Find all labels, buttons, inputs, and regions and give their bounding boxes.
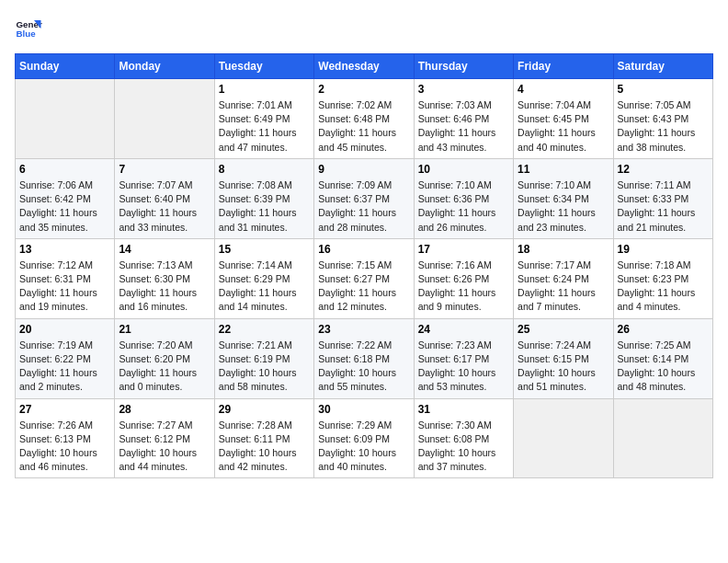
day-info: Sunrise: 7:06 AM Sunset: 6:42 PM Dayligh… bbox=[19, 178, 110, 235]
calendar-table: SundayMondayTuesdayWednesdayThursdayFrid… bbox=[15, 53, 713, 478]
calendar-cell bbox=[16, 79, 115, 159]
day-number: 26 bbox=[618, 323, 709, 336]
day-info: Sunrise: 7:01 AM Sunset: 6:49 PM Dayligh… bbox=[219, 98, 310, 155]
day-info: Sunrise: 7:04 AM Sunset: 6:45 PM Dayligh… bbox=[518, 98, 609, 155]
calendar-week-row: 6Sunrise: 7:06 AM Sunset: 6:42 PM Daylig… bbox=[16, 158, 713, 238]
calendar-cell: 24Sunrise: 7:23 AM Sunset: 6:17 PM Dayli… bbox=[414, 318, 513, 398]
calendar-cell: 22Sunrise: 7:21 AM Sunset: 6:19 PM Dayli… bbox=[214, 318, 313, 398]
calendar-cell: 27Sunrise: 7:26 AM Sunset: 6:13 PM Dayli… bbox=[16, 398, 115, 478]
calendar-cell: 29Sunrise: 7:28 AM Sunset: 6:11 PM Dayli… bbox=[214, 398, 313, 478]
day-info: Sunrise: 7:02 AM Sunset: 6:48 PM Dayligh… bbox=[318, 98, 409, 155]
calendar-cell: 13Sunrise: 7:12 AM Sunset: 6:31 PM Dayli… bbox=[16, 238, 115, 318]
logo-icon: General Blue bbox=[15, 15, 42, 42]
day-number: 24 bbox=[418, 323, 509, 336]
day-number: 11 bbox=[518, 163, 609, 176]
calendar-cell: 7Sunrise: 7:07 AM Sunset: 6:40 PM Daylig… bbox=[115, 158, 214, 238]
day-number: 30 bbox=[318, 403, 409, 416]
calendar-cell: 14Sunrise: 7:13 AM Sunset: 6:30 PM Dayli… bbox=[115, 238, 214, 318]
day-info: Sunrise: 7:25 AM Sunset: 6:14 PM Dayligh… bbox=[618, 339, 709, 395]
calendar-cell: 18Sunrise: 7:17 AM Sunset: 6:24 PM Dayli… bbox=[514, 238, 613, 318]
calendar-cell: 15Sunrise: 7:14 AM Sunset: 6:29 PM Dayli… bbox=[214, 238, 313, 318]
calendar-cell bbox=[115, 79, 214, 159]
calendar-cell bbox=[514, 398, 613, 478]
day-number: 15 bbox=[219, 243, 310, 256]
day-info: Sunrise: 7:26 AM Sunset: 6:13 PM Dayligh… bbox=[19, 419, 110, 475]
day-number: 10 bbox=[418, 163, 509, 176]
day-info: Sunrise: 7:29 AM Sunset: 6:09 PM Dayligh… bbox=[318, 419, 409, 475]
day-info: Sunrise: 7:30 AM Sunset: 6:08 PM Dayligh… bbox=[418, 419, 509, 475]
day-number: 12 bbox=[618, 163, 709, 176]
calendar-cell: 5Sunrise: 7:05 AM Sunset: 6:43 PM Daylig… bbox=[613, 79, 712, 159]
calendar-cell: 4Sunrise: 7:04 AM Sunset: 6:45 PM Daylig… bbox=[514, 79, 613, 159]
day-info: Sunrise: 7:12 AM Sunset: 6:31 PM Dayligh… bbox=[19, 259, 110, 315]
day-number: 9 bbox=[318, 163, 409, 176]
day-number: 1 bbox=[219, 83, 310, 96]
calendar-cell: 25Sunrise: 7:24 AM Sunset: 6:15 PM Dayli… bbox=[514, 318, 613, 398]
day-of-week-header: Saturday bbox=[613, 54, 712, 79]
day-of-week-header: Tuesday bbox=[214, 54, 313, 79]
day-info: Sunrise: 7:13 AM Sunset: 6:30 PM Dayligh… bbox=[119, 259, 210, 315]
calendar-cell: 6Sunrise: 7:06 AM Sunset: 6:42 PM Daylig… bbox=[16, 158, 115, 238]
calendar-cell: 20Sunrise: 7:19 AM Sunset: 6:22 PM Dayli… bbox=[16, 318, 115, 398]
logo: General Blue bbox=[15, 15, 39, 42]
day-info: Sunrise: 7:18 AM Sunset: 6:23 PM Dayligh… bbox=[618, 259, 709, 315]
calendar-cell: 2Sunrise: 7:02 AM Sunset: 6:48 PM Daylig… bbox=[314, 79, 414, 159]
day-number: 5 bbox=[618, 83, 709, 96]
day-info: Sunrise: 7:15 AM Sunset: 6:27 PM Dayligh… bbox=[318, 259, 409, 315]
calendar-cell: 28Sunrise: 7:27 AM Sunset: 6:12 PM Dayli… bbox=[115, 398, 214, 478]
day-number: 8 bbox=[219, 163, 310, 176]
day-of-week-header: Friday bbox=[514, 54, 613, 79]
day-number: 2 bbox=[318, 83, 409, 96]
day-info: Sunrise: 7:09 AM Sunset: 6:37 PM Dayligh… bbox=[318, 178, 409, 235]
calendar-cell: 12Sunrise: 7:11 AM Sunset: 6:33 PM Dayli… bbox=[613, 158, 712, 238]
day-number: 14 bbox=[119, 243, 210, 256]
day-number: 22 bbox=[219, 323, 310, 336]
day-number: 23 bbox=[318, 323, 409, 336]
day-of-week-header: Sunday bbox=[16, 54, 115, 79]
calendar-cell: 16Sunrise: 7:15 AM Sunset: 6:27 PM Dayli… bbox=[314, 238, 414, 318]
day-number: 20 bbox=[19, 323, 110, 336]
calendar-cell: 3Sunrise: 7:03 AM Sunset: 6:46 PM Daylig… bbox=[414, 79, 513, 159]
calendar-week-row: 1Sunrise: 7:01 AM Sunset: 6:49 PM Daylig… bbox=[16, 79, 713, 159]
calendar-cell: 19Sunrise: 7:18 AM Sunset: 6:23 PM Dayli… bbox=[613, 238, 712, 318]
day-number: 19 bbox=[618, 243, 709, 256]
day-number: 18 bbox=[518, 243, 609, 256]
day-number: 7 bbox=[119, 163, 210, 176]
day-of-week-header: Monday bbox=[115, 54, 214, 79]
day-number: 4 bbox=[518, 83, 609, 96]
calendar-cell bbox=[613, 398, 712, 478]
day-number: 28 bbox=[119, 403, 210, 416]
calendar-cell: 26Sunrise: 7:25 AM Sunset: 6:14 PM Dayli… bbox=[613, 318, 712, 398]
calendar-cell: 30Sunrise: 7:29 AM Sunset: 6:09 PM Dayli… bbox=[314, 398, 414, 478]
calendar-cell: 17Sunrise: 7:16 AM Sunset: 6:26 PM Dayli… bbox=[414, 238, 513, 318]
day-info: Sunrise: 7:24 AM Sunset: 6:15 PM Dayligh… bbox=[518, 339, 609, 395]
svg-text:Blue: Blue bbox=[17, 29, 37, 39]
day-info: Sunrise: 7:11 AM Sunset: 6:33 PM Dayligh… bbox=[618, 178, 709, 235]
day-info: Sunrise: 7:27 AM Sunset: 6:12 PM Dayligh… bbox=[119, 419, 210, 475]
day-info: Sunrise: 7:16 AM Sunset: 6:26 PM Dayligh… bbox=[418, 259, 509, 315]
day-of-week-header: Wednesday bbox=[314, 54, 414, 79]
day-info: Sunrise: 7:17 AM Sunset: 6:24 PM Dayligh… bbox=[518, 259, 609, 315]
day-info: Sunrise: 7:14 AM Sunset: 6:29 PM Dayligh… bbox=[219, 259, 310, 315]
day-info: Sunrise: 7:19 AM Sunset: 6:22 PM Dayligh… bbox=[19, 339, 110, 395]
calendar-week-row: 13Sunrise: 7:12 AM Sunset: 6:31 PM Dayli… bbox=[16, 238, 713, 318]
day-number: 21 bbox=[119, 323, 210, 336]
calendar-cell: 31Sunrise: 7:30 AM Sunset: 6:08 PM Dayli… bbox=[414, 398, 513, 478]
day-number: 25 bbox=[518, 323, 609, 336]
day-info: Sunrise: 7:10 AM Sunset: 6:36 PM Dayligh… bbox=[418, 178, 509, 235]
day-number: 27 bbox=[19, 403, 110, 416]
calendar-cell: 21Sunrise: 7:20 AM Sunset: 6:20 PM Dayli… bbox=[115, 318, 214, 398]
day-info: Sunrise: 7:22 AM Sunset: 6:18 PM Dayligh… bbox=[318, 339, 409, 395]
day-info: Sunrise: 7:05 AM Sunset: 6:43 PM Dayligh… bbox=[618, 98, 709, 155]
day-number: 16 bbox=[318, 243, 409, 256]
calendar-week-row: 27Sunrise: 7:26 AM Sunset: 6:13 PM Dayli… bbox=[16, 398, 713, 478]
day-of-week-header: Thursday bbox=[414, 54, 513, 79]
calendar-cell: 8Sunrise: 7:08 AM Sunset: 6:39 PM Daylig… bbox=[214, 158, 313, 238]
day-info: Sunrise: 7:07 AM Sunset: 6:40 PM Dayligh… bbox=[119, 178, 210, 235]
day-number: 3 bbox=[418, 83, 509, 96]
calendar-cell: 23Sunrise: 7:22 AM Sunset: 6:18 PM Dayli… bbox=[314, 318, 414, 398]
day-number: 17 bbox=[418, 243, 509, 256]
day-info: Sunrise: 7:20 AM Sunset: 6:20 PM Dayligh… bbox=[119, 339, 210, 395]
day-info: Sunrise: 7:28 AM Sunset: 6:11 PM Dayligh… bbox=[219, 419, 310, 475]
calendar-cell: 9Sunrise: 7:09 AM Sunset: 6:37 PM Daylig… bbox=[314, 158, 414, 238]
